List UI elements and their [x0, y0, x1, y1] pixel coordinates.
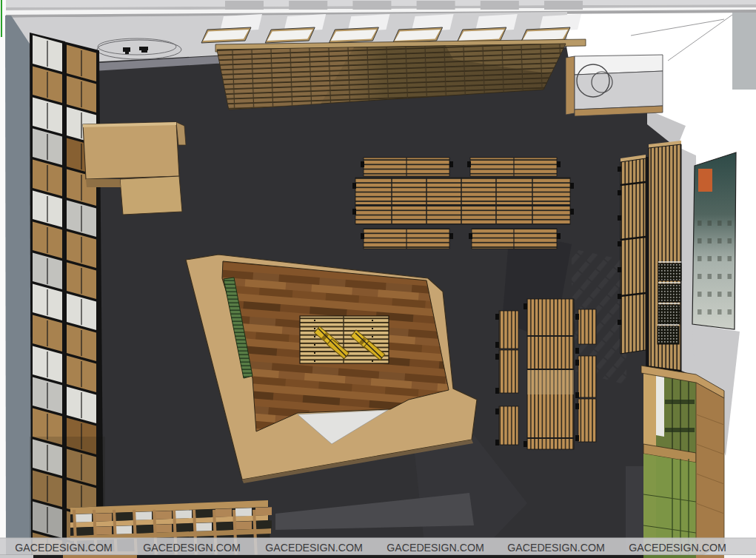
svg-text:GACEDESIGN.COM: GACEDESIGN.COM [265, 542, 363, 554]
svg-text:GACEDESIGN.COM: GACEDESIGN.COM [387, 542, 484, 554]
svg-text:GACEDESIGN.COM: GACEDESIGN.COM [143, 542, 241, 554]
svg-text:GACEDESIGN.COM: GACEDESIGN.COM [15, 542, 113, 554]
svg-text:GACEDESIGN.COM: GACEDESIGN.COM [507, 542, 605, 554]
svg-text:GACEDESIGN.COM: GACEDESIGN.COM [629, 542, 726, 554]
